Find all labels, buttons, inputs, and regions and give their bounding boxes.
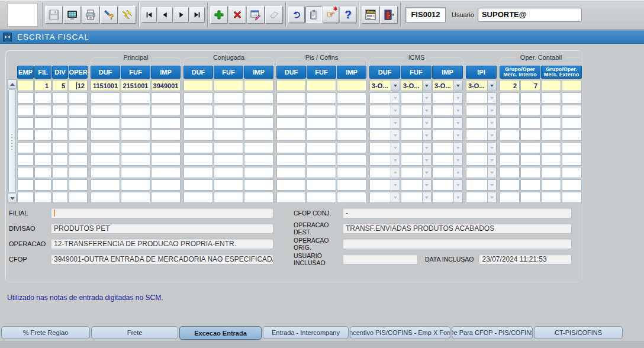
grid-cell-c_fuf[interactable]	[214, 142, 243, 153]
grid-cell-icms_fuf[interactable]	[401, 154, 432, 166]
scroll-thumb[interactable]	[8, 89, 16, 193]
grid-cell-pc_fuf[interactable]	[307, 92, 336, 104]
grid-cell-icms_fuf[interactable]	[401, 192, 432, 203]
grid-cell-div[interactable]	[52, 179, 68, 191]
grid-cell-ge[interactable]	[541, 154, 561, 166]
tab-frete-regiao[interactable]: % Frete Regiao	[1, 326, 90, 339]
grid-cell-c_duf[interactable]	[183, 154, 213, 166]
tab-frete[interactable]: Frete	[91, 326, 178, 339]
grid-cell-oper[interactable]: 12	[69, 80, 88, 91]
grid-cell-div[interactable]	[52, 92, 68, 104]
grid-cell-icms_imp[interactable]	[432, 117, 463, 128]
grid-cell-c_fuf[interactable]	[214, 154, 243, 166]
grid-cell-ipi[interactable]	[466, 130, 497, 141]
grid-cell-p_fuf[interactable]	[121, 179, 150, 191]
usuario-inclusao-field[interactable]	[342, 254, 418, 265]
grid-cell-p_duf[interactable]	[91, 105, 120, 116]
grid-cell-pc_imp[interactable]	[337, 167, 366, 178]
grid-cell-oper[interactable]	[69, 92, 88, 104]
grid-cell-oper[interactable]	[69, 105, 88, 116]
grid-cell-oi[interactable]	[520, 117, 540, 128]
grid-cell-ipi[interactable]: 3-O...	[466, 80, 497, 91]
grid-cell-oper[interactable]	[69, 167, 88, 178]
tab-entrada-intercompany[interactable]: Entrada - Intercompany	[263, 326, 349, 339]
dropdown-arrow-button[interactable]	[453, 80, 462, 91]
grid-cell-pc_fuf[interactable]	[307, 117, 336, 128]
grid-cell-fil[interactable]	[34, 192, 51, 203]
grid-cell-icms_imp[interactable]	[432, 92, 463, 104]
grid-cell-c_duf[interactable]	[183, 179, 213, 191]
dropdown-arrow-button[interactable]	[391, 80, 400, 91]
grid-cell-p_imp[interactable]	[151, 167, 181, 178]
grid-cell-pc_duf[interactable]	[276, 142, 306, 153]
grid-cell-p_duf[interactable]	[91, 117, 120, 128]
grid-cell-icms_duf[interactable]	[369, 192, 400, 203]
grid-cell-c_imp[interactable]	[244, 117, 273, 128]
grid-cell-gi[interactable]	[500, 154, 520, 166]
grid-cell-emp[interactable]	[17, 192, 34, 203]
grid-cell-icms_imp[interactable]	[432, 130, 463, 141]
grid-cell-icms_fuf[interactable]	[401, 92, 432, 104]
grid-cell-fil[interactable]	[34, 92, 51, 104]
grid-cell-p_duf[interactable]	[91, 179, 120, 191]
grid-cell-oper[interactable]	[69, 117, 88, 128]
grid-cell-p_fuf[interactable]	[121, 142, 150, 153]
grid-cell-icms_fuf[interactable]	[401, 142, 432, 153]
grid-cell-oi[interactable]	[520, 105, 540, 116]
grid-cell-gi[interactable]	[500, 130, 520, 141]
grid-cell-p_fuf[interactable]	[121, 117, 150, 128]
grid-cell-oe[interactable]	[562, 142, 582, 153]
grid-cell-icms_duf[interactable]	[369, 167, 400, 178]
grid-cell-icms_imp[interactable]	[432, 179, 463, 191]
menu-button[interactable]: Menu	[362, 6, 379, 24]
grid-cell-pc_imp[interactable]	[337, 117, 366, 128]
grid-cell-oe[interactable]	[562, 117, 582, 128]
grid-cell-gi[interactable]	[500, 92, 520, 104]
operacao-dest-field[interactable]: TRANSF.ENVIADAS PRODUTOS ACABADOS	[342, 223, 572, 234]
hint-button[interactable]: ?	[100, 6, 118, 24]
grid-cell-c_imp[interactable]	[244, 192, 273, 203]
tab-incentivo-pis-cofins-emp-x-forn[interactable]: Incentivo PIS/COFINS - Emp X Forn	[350, 326, 450, 339]
grid-cell-c_fuf[interactable]	[214, 167, 243, 178]
grid-cell-fil[interactable]	[34, 167, 51, 178]
grid-cell-pc_fuf[interactable]	[307, 80, 336, 91]
grid-cell-pc_imp[interactable]	[337, 142, 366, 153]
grid-cell-icms_imp[interactable]	[432, 142, 463, 153]
tab-excecao-entrada[interactable]: Excecao Entrada	[179, 326, 262, 340]
grid-cell-gi[interactable]: 2	[500, 80, 520, 91]
grid-cell-oper[interactable]	[69, 154, 88, 166]
grid-cell-c_imp[interactable]	[244, 92, 273, 104]
grid-cell-p_fuf[interactable]	[121, 105, 150, 116]
grid-cell-pc_duf[interactable]	[276, 130, 306, 141]
grid-cell-p_duf[interactable]	[91, 92, 120, 104]
grid-cell-oe[interactable]	[562, 179, 582, 191]
grid-cell-pc_fuf[interactable]	[307, 105, 336, 116]
grid-cell-pc_imp[interactable]	[337, 92, 366, 104]
grid-cell-fil[interactable]: 1	[34, 80, 51, 91]
screen-button[interactable]	[63, 6, 81, 24]
grid-cell-p_imp[interactable]	[151, 92, 181, 104]
grid-cell-ipi[interactable]	[466, 92, 497, 104]
grid-cell-oi[interactable]	[520, 130, 540, 141]
undo-button[interactable]	[288, 7, 305, 23]
grid-cell-oper[interactable]	[69, 142, 88, 153]
dropdown-arrow-button[interactable]	[422, 80, 431, 91]
grid-cell-p_imp[interactable]	[151, 154, 181, 166]
grid-cell-div[interactable]	[52, 154, 68, 166]
grid-cell-c_duf[interactable]	[183, 167, 213, 178]
print-button[interactable]	[82, 6, 99, 24]
grid-cell-fil[interactable]	[34, 179, 51, 191]
grid-cell-p_duf[interactable]	[91, 142, 120, 153]
grid-cell-icms_imp[interactable]: 3-O...	[432, 80, 463, 91]
grid-cell-pc_imp[interactable]	[337, 105, 366, 116]
grid-cell-oi[interactable]	[520, 179, 540, 191]
grid-cell-pc_duf[interactable]	[276, 154, 306, 166]
grid-cell-pc_fuf[interactable]	[307, 130, 336, 141]
grid-cell-c_fuf[interactable]	[214, 179, 243, 191]
grid-cell-oper[interactable]	[69, 192, 88, 203]
grid-cell-p_fuf[interactable]	[121, 192, 150, 203]
grid-cell-oe[interactable]	[562, 130, 582, 141]
grid-cell-oi[interactable]	[520, 92, 540, 104]
grid-cell-c_imp[interactable]	[244, 179, 273, 191]
grid-cell-icms_fuf[interactable]	[401, 167, 432, 178]
